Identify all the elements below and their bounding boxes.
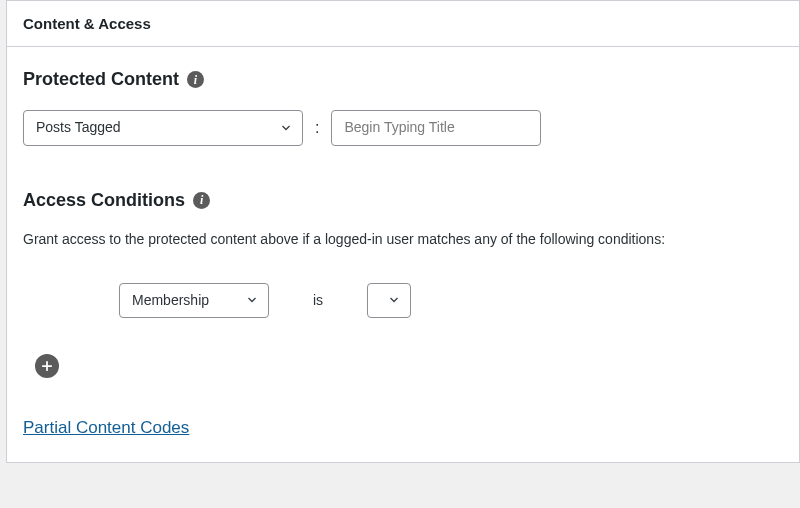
info-icon[interactable]: i	[193, 192, 210, 209]
panel-title: Content & Access	[23, 15, 151, 32]
protected-content-heading: Protected Content i	[23, 69, 783, 90]
condition-value-select-wrap	[367, 283, 411, 319]
condition-row: Membership is	[23, 283, 783, 319]
access-description: Grant access to the protected content ab…	[23, 231, 783, 247]
protected-content-row: Posts Tagged :	[23, 110, 783, 146]
partial-content-codes-link[interactable]: Partial Content Codes	[23, 418, 189, 437]
info-icon[interactable]: i	[187, 71, 204, 88]
content-title-input[interactable]	[331, 110, 541, 146]
protected-content-title: Protected Content	[23, 69, 179, 90]
separator-colon: :	[315, 119, 319, 137]
access-conditions-heading: Access Conditions i	[23, 190, 783, 211]
operator-label: is	[313, 292, 323, 308]
add-condition-button[interactable]	[35, 354, 59, 378]
plus-icon	[40, 359, 54, 373]
content-type-select[interactable]: Posts Tagged	[23, 110, 303, 146]
condition-value-select[interactable]	[367, 283, 411, 319]
condition-type-select[interactable]: Membership	[119, 283, 269, 319]
content-type-select-wrap: Posts Tagged	[23, 110, 303, 146]
condition-type-select-wrap: Membership	[119, 283, 269, 319]
access-conditions-title: Access Conditions	[23, 190, 185, 211]
panel-header: Content & Access	[7, 1, 799, 47]
content-access-panel: Content & Access Protected Content i Pos…	[6, 0, 800, 463]
